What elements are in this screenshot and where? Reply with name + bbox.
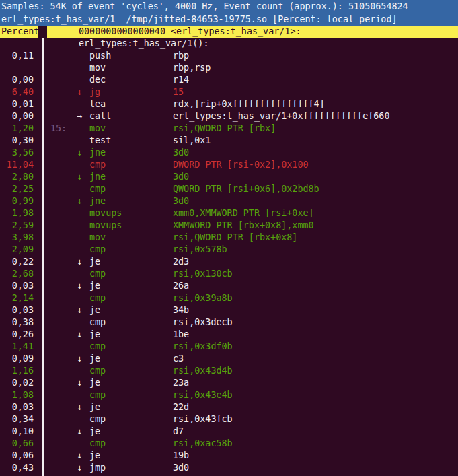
asm-row[interactable]: 2,80↓jne3d0 bbox=[0, 171, 458, 183]
percent-value: 0,34 bbox=[0, 413, 34, 426]
mnemonic: mov bbox=[89, 62, 106, 74]
asm-row[interactable]: 0,43↓jmp3d0 bbox=[0, 462, 458, 474]
asm-row[interactable]: 2,25cmpQWORD PTR [rsi+0x6],0x2bd8b bbox=[0, 183, 458, 195]
mnemonic: mov bbox=[89, 123, 106, 135]
selected-row[interactable]: Percent 0000000000000040 <erl_types:t_ha… bbox=[0, 26, 458, 38]
loop-label: 15: bbox=[50, 123, 67, 135]
percent-value: 2,59 bbox=[0, 219, 34, 232]
percent-column-header: Percent bbox=[1, 26, 39, 38]
asm-row[interactable]: 3,98movrsi,QWORD PTR [rbx+0x8] bbox=[0, 232, 458, 244]
asm-row[interactable]: 0,11pushrbp bbox=[0, 50, 458, 62]
asm-row[interactable]: 0,26↓je1be bbox=[0, 329, 458, 341]
jump-arrow-icon: ↓ bbox=[77, 426, 82, 438]
header-bar: Samples: 54K of event 'cycles', 4000 Hz,… bbox=[0, 0, 458, 26]
mnemonic: call bbox=[89, 110, 111, 123]
operands: XMMWORD PTR [rbx+0x8],xmm0 bbox=[173, 219, 314, 232]
percent-value: 0,43 bbox=[0, 462, 34, 474]
symbol-dso-line: erl_types:t_has_var/1 /tmp/jitted-84653-… bbox=[0, 13, 458, 26]
percent-value: 11,04 bbox=[0, 159, 34, 171]
asm-row[interactable]: 0,99↓jne3d0 bbox=[0, 195, 458, 207]
mnemonic: jg bbox=[89, 86, 100, 98]
asm-row[interactable]: 2,59movupsXMMWORD PTR [rbx+0x8],xmm0 bbox=[0, 219, 458, 232]
operands: 26a bbox=[173, 280, 189, 292]
percent-value: 0,00 bbox=[0, 110, 34, 123]
percent-value: 0,22 bbox=[0, 256, 34, 268]
operands: rsi,0x43fcb bbox=[173, 413, 233, 426]
asm-row[interactable]: 0,10↓jed7 bbox=[0, 426, 458, 438]
jump-arrow-icon: ↓ bbox=[77, 86, 82, 98]
operands: xmm0,XMMWORD PTR [rsi+0xe] bbox=[173, 207, 314, 219]
mnemonic: cmp bbox=[89, 292, 106, 304]
mnemonic: cmp bbox=[89, 244, 106, 256]
asm-row[interactable]: 1,41cmprsi,0x3df0b bbox=[0, 341, 458, 353]
jump-arrow-icon: ↓ bbox=[77, 462, 82, 474]
asm-row[interactable]: 0,38cmprsi,0x3decb bbox=[0, 316, 458, 329]
mnemonic: cmp bbox=[89, 268, 106, 280]
operands: rdx,[rip+0xfffffffffffffff4] bbox=[173, 98, 325, 110]
mnemonic: movups bbox=[89, 207, 122, 219]
mnemonic: lea bbox=[89, 98, 106, 110]
asm-row[interactable]: 0,09↓jec3 bbox=[0, 353, 458, 365]
asm-row[interactable]: 0,34cmprsi,0x43fcb bbox=[0, 413, 458, 426]
asm-row[interactable]: 3,56↓jne3d0 bbox=[0, 147, 458, 159]
jump-arrow-icon: ↓ bbox=[77, 171, 82, 183]
mnemonic: je bbox=[89, 280, 100, 292]
jump-arrow-icon: ↓ bbox=[77, 377, 82, 389]
percent-value: 0,30 bbox=[0, 135, 34, 147]
percent-value: 0,66 bbox=[0, 438, 34, 450]
asm-row[interactable]: 0,00→callerl_types:t_has_var/1+0xfffffff… bbox=[0, 110, 458, 123]
percent-value: 0,26 bbox=[0, 329, 34, 341]
jump-arrow-icon: ↓ bbox=[77, 147, 82, 159]
asm-row[interactable]: 0,03↓je26a bbox=[0, 280, 458, 292]
asm-row[interactable]: 0,00decr14 bbox=[0, 74, 458, 86]
operands: rbp bbox=[173, 50, 189, 62]
mnemonic: je bbox=[89, 256, 100, 268]
mnemonic: je bbox=[89, 377, 100, 389]
asm-row[interactable]: 1,08cmprsi,0x43e4b bbox=[0, 389, 458, 401]
asm-row[interactable]: 0,03↓je34b bbox=[0, 304, 458, 316]
asm-row[interactable]: 6,40↓jg15 bbox=[0, 86, 458, 98]
asm-row[interactable]: 2,14cmprsi,0x39a8b bbox=[0, 292, 458, 304]
asm-row[interactable]: 0,22↓je2d3 bbox=[0, 256, 458, 268]
asm-row[interactable]: 0,66cmprsi,0xac58b bbox=[0, 438, 458, 450]
percent-value: 0,03 bbox=[0, 280, 34, 292]
percent-value: 2,09 bbox=[0, 244, 34, 256]
jump-arrow-icon: ↓ bbox=[77, 195, 82, 207]
operands: r14 bbox=[173, 74, 189, 86]
operands: 3d0 bbox=[173, 462, 189, 474]
percent-value: 0,00 bbox=[0, 74, 34, 86]
asm-row[interactable]: 0,02↓je23a bbox=[0, 377, 458, 389]
asm-row[interactable]: 1,2015:movrsi,QWORD PTR [rbx] bbox=[0, 123, 458, 135]
jump-arrow-icon: ↓ bbox=[77, 280, 82, 292]
operands: 34b bbox=[173, 304, 189, 316]
mnemonic: jmp bbox=[89, 462, 106, 474]
asm-row[interactable]: 0,06↓je19b bbox=[0, 450, 458, 462]
samples-summary: Samples: 54K of event 'cycles', 4000 Hz,… bbox=[0, 0, 458, 13]
percent-value: 3,98 bbox=[0, 232, 34, 244]
asm-row[interactable]: 1,16cmprsi,0x43d4b bbox=[0, 365, 458, 377]
asm-row[interactable]: 0,03↓je22d bbox=[0, 401, 458, 413]
mnemonic: cmp bbox=[89, 316, 106, 329]
mnemonic: push bbox=[89, 50, 111, 62]
mnemonic: je bbox=[89, 450, 100, 462]
source-line-row[interactable]: erl_types:t_has_var/1(): bbox=[0, 38, 458, 50]
asm-row[interactable]: 11,04cmpDWORD PTR [rsi-0x2],0x100 bbox=[0, 159, 458, 171]
asm-row[interactable]: 2,09cmprsi,0x578b bbox=[0, 244, 458, 256]
percent-value: 1,08 bbox=[0, 389, 34, 401]
percent-value: 0,03 bbox=[0, 401, 34, 413]
operands: 2d3 bbox=[173, 256, 189, 268]
mnemonic: test bbox=[89, 135, 111, 147]
percent-value: 0,99 bbox=[0, 195, 34, 207]
mnemonic: je bbox=[89, 329, 100, 341]
asm-row[interactable]: movrbp,rsp bbox=[0, 62, 458, 74]
operands: erl_types:t_has_var/1+0xfffffffffffef660 bbox=[173, 110, 389, 123]
operands: 3d0 bbox=[173, 171, 189, 183]
asm-row[interactable]: 0,30testsil,0x1 bbox=[0, 135, 458, 147]
asm-row[interactable]: 0,01leardx,[rip+0xfffffffffffffff4] bbox=[0, 98, 458, 110]
asm-row[interactable]: 2,68cmprsi,0x130cb bbox=[0, 268, 458, 280]
asm-row[interactable]: 1,98movupsxmm0,XMMWORD PTR [rsi+0xe] bbox=[0, 207, 458, 219]
percent-value: 0,01 bbox=[0, 98, 34, 110]
operands: rbp,rsp bbox=[173, 62, 211, 74]
operands: rsi,QWORD PTR [rbx+0x8] bbox=[173, 232, 297, 244]
percent-value: 0,03 bbox=[0, 304, 34, 316]
